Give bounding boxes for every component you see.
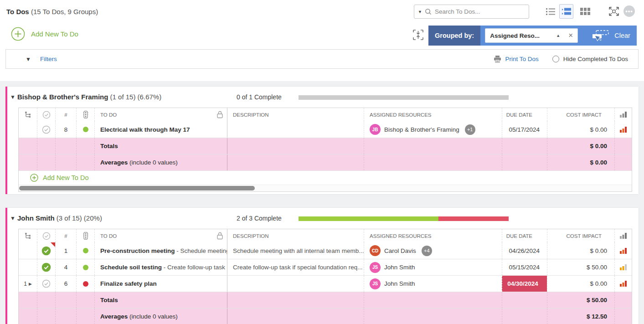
todo-number: 1 <box>55 242 76 259</box>
column-description[interactable]: DESCRIPTION <box>227 229 364 242</box>
cost-impact: $ 0.00 <box>547 121 614 138</box>
column-tree[interactable] <box>19 229 37 242</box>
grouped-by-select[interactable]: Assigned Reso... ▲ × <box>485 28 578 43</box>
list-view-button[interactable] <box>543 4 557 19</box>
column-due[interactable]: DUE DATE <box>502 112 538 118</box>
averages-note: (include 0 values) <box>129 159 178 166</box>
due-date-cell: 04/30/2024 <box>502 276 547 292</box>
bar-chart-icon <box>619 232 627 239</box>
column-priority[interactable] <box>76 229 94 242</box>
todo-table: # TO DO <box>18 229 632 324</box>
assigned-resources-cell: CD Carol Davis +4 <box>364 242 502 259</box>
hide-completed-checkbox[interactable] <box>552 56 559 62</box>
filters-toggle[interactable]: ▼ Filters <box>26 56 57 62</box>
group-card: ▼ John Smith (3 of 15) (20%) 2 of 3 Comp… <box>5 208 639 324</box>
group-add-new[interactable]: Add New To Do <box>19 170 632 185</box>
priority-dot[interactable] <box>83 127 88 132</box>
expand-cell[interactable]: 1 ▶ <box>19 276 37 292</box>
expand-caret-icon[interactable]: ▶ <box>29 282 32 286</box>
traffic-light-icon <box>83 232 88 240</box>
print-todos-link[interactable]: Print To Dos <box>494 56 538 63</box>
hide-completed-toggle[interactable]: Hide Completed To Dos <box>552 56 628 62</box>
totals-label: Totals <box>100 143 118 149</box>
todo-row[interactable]: ▶ 8 Electrical walk through May 17 <box>19 121 632 138</box>
group-stats: (3 of 15) (20%) <box>57 214 102 222</box>
expand-cell[interactable]: ▶ <box>19 121 37 138</box>
column-todo[interactable]: TO DO <box>94 108 227 121</box>
child-count: 1 <box>24 281 27 287</box>
fullscreen-icon[interactable] <box>607 4 621 19</box>
table-body: ▶ 8 Electrical walk through May 17 <box>19 121 632 138</box>
todo-title-cell[interactable]: Pre-construction meeting - Schedule meet… <box>94 242 227 259</box>
complete-checkbox[interactable] <box>41 262 51 272</box>
column-num[interactable]: # <box>55 108 76 121</box>
todo-row[interactable]: ▶ 4 Schedule soil testing - Create follo… <box>19 259 632 275</box>
cost-chart-cell[interactable] <box>614 276 632 292</box>
group-stats: (1 of 15) (6.67%) <box>110 93 162 101</box>
todo-title-cell[interactable]: Schedule soil testing - Create follow-up… <box>94 259 227 275</box>
h-scrollbar[interactable] <box>19 185 632 191</box>
group-name: Bishop & Brother's Framing <box>17 93 108 101</box>
column-assigned[interactable]: ASSIGNED RESOURCES <box>364 108 502 121</box>
column-todo[interactable]: TO DO <box>94 229 227 242</box>
print-todos-label: Print To Dos <box>505 56 538 62</box>
column-cost[interactable]: COST IMPACT <box>547 108 614 121</box>
todo-description <box>227 121 364 138</box>
complete-checkbox[interactable] <box>41 246 51 256</box>
extra-badge[interactable]: +4 <box>422 246 432 256</box>
todo-row[interactable]: 1 ▶ 6 Finalize safety plan <box>19 275 632 292</box>
todo-row[interactable]: ▶ 1 Pre-construction meeting - Schedule … <box>19 242 632 259</box>
todo-title-cell[interactable]: Finalize safety plan <box>94 276 227 292</box>
expand-cell[interactable]: ▶ <box>19 242 37 259</box>
group-header: ▼ John Smith (3 of 15) (20%) 2 of 3 Comp… <box>7 208 639 229</box>
priority-dot[interactable] <box>83 265 88 270</box>
column-complete[interactable] <box>37 108 55 121</box>
grouped-view-button[interactable] <box>559 4 573 19</box>
todo-title[interactable]: Schedule soil testing <box>100 264 162 271</box>
expand-cell[interactable]: ▶ <box>19 259 37 275</box>
group-collapse-icon[interactable]: ▼ <box>10 215 15 221</box>
cost-chart-cell[interactable] <box>614 121 632 138</box>
collapse-all-icon[interactable] <box>412 29 424 41</box>
complete-checkbox[interactable] <box>42 279 51 288</box>
column-complete[interactable] <box>37 229 55 242</box>
search-box[interactable]: ▼ <box>414 5 529 19</box>
h-scrollbar-thumb[interactable] <box>19 186 255 190</box>
add-new-todo-button[interactable]: Add New To Do <box>11 27 78 41</box>
column-due[interactable]: DUE DATE <box>502 233 538 239</box>
search-input[interactable] <box>435 8 512 15</box>
more-options-button[interactable]: ••• <box>623 5 635 17</box>
drag-clear-icon <box>592 30 610 41</box>
bar-chart-icon <box>619 126 627 133</box>
due-date-cell: 05/15/2024 <box>502 259 547 275</box>
todo-title[interactable]: Finalize safety plan <box>100 280 157 287</box>
chevron-up-icon[interactable]: ▲ <box>556 33 560 38</box>
column-priority[interactable] <box>76 108 94 121</box>
todo-title-cell[interactable]: Electrical walk through May 17 <box>94 121 227 138</box>
column-num[interactable]: # <box>55 229 76 242</box>
clear-grouping-x-icon[interactable]: × <box>564 31 573 40</box>
avatar: JS <box>370 278 381 289</box>
group-collapse-icon[interactable]: ▼ <box>10 94 15 100</box>
grid-view-button[interactable] <box>578 4 592 19</box>
column-description[interactable]: DESCRIPTION <box>227 108 364 121</box>
lock-icon <box>216 232 223 240</box>
complete-checkbox[interactable] <box>42 125 51 134</box>
column-assigned[interactable]: ASSIGNED RESOURCES <box>364 229 502 242</box>
check-circle-icon <box>42 111 51 119</box>
column-cost-chart[interactable] <box>614 108 632 121</box>
column-cost-chart[interactable] <box>614 229 632 242</box>
todo-title[interactable]: Pre-construction meeting <box>100 247 175 254</box>
clear-button[interactable]: Clear <box>614 32 630 39</box>
column-cost[interactable]: COST IMPACT <box>547 229 614 242</box>
cost-chart-cell[interactable] <box>614 259 632 275</box>
priority-dot[interactable] <box>83 248 88 253</box>
averages-row: Averages (include 0 values) $ 12.50 <box>19 308 632 324</box>
extra-badge[interactable]: +1 <box>465 124 475 135</box>
todo-title[interactable]: Electrical walk through May 17 <box>100 126 190 133</box>
priority-dot[interactable] <box>83 281 88 287</box>
cost-chart-cell[interactable] <box>614 242 632 259</box>
column-tree[interactable] <box>19 108 37 121</box>
resource-name: Bishop & Brother's Framing <box>384 126 459 133</box>
chevron-down-icon[interactable]: ▼ <box>418 10 422 14</box>
